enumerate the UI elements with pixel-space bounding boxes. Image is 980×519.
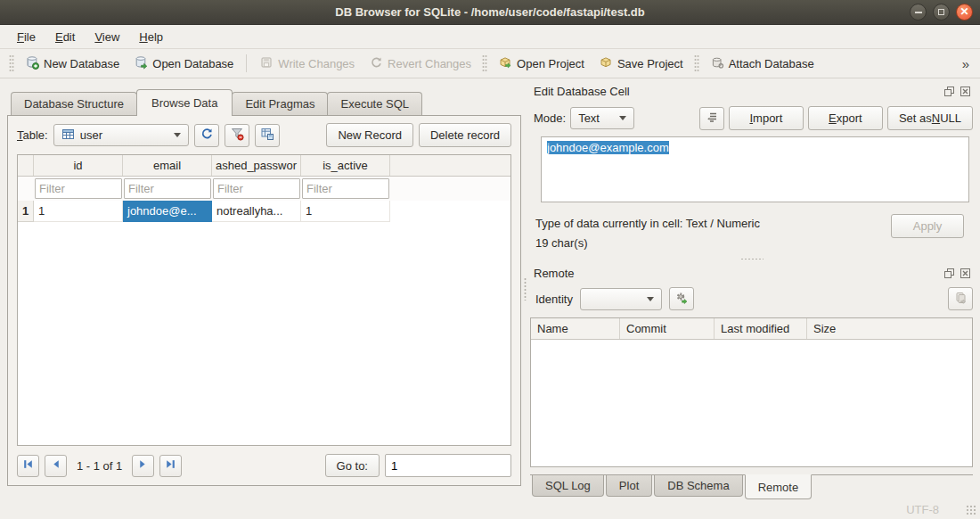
cell-editor-toolbar: Mode: Text Import Export Set as NULL: [534, 106, 973, 130]
filter-input-email[interactable]: [124, 178, 211, 199]
row-number[interactable]: 1: [18, 201, 34, 222]
cell-is-active[interactable]: 1: [301, 201, 390, 222]
filter-cell: [123, 178, 212, 199]
revert-changes-button: Revert Changes: [362, 52, 478, 76]
new-database-icon: [25, 55, 39, 72]
refresh-button[interactable]: [194, 124, 219, 147]
first-page-icon: [22, 458, 34, 473]
app-window: DB Browser for SQLite - /home/user/code/…: [0, 0, 980, 519]
tab-execute-sql[interactable]: Execute SQL: [327, 92, 422, 115]
toolbar-drag-handle[interactable]: [694, 54, 699, 72]
minimize-button[interactable]: [910, 4, 927, 21]
column-header-email[interactable]: email: [123, 155, 212, 176]
save-project-icon: [599, 55, 613, 72]
save-results-button[interactable]: [255, 124, 280, 147]
remote-column-commit[interactable]: Commit: [620, 318, 715, 339]
resize-grip[interactable]: [966, 505, 977, 515]
remote-column-size[interactable]: Size: [807, 318, 972, 339]
identity-settings-button[interactable]: [669, 287, 694, 310]
tab-database-structure[interactable]: Database Structure: [11, 92, 137, 115]
import-button[interactable]: Import: [729, 106, 804, 130]
close-dock-button[interactable]: [959, 85, 971, 97]
table-icon: [61, 128, 75, 144]
cell-content-editor[interactable]: johndoe@example.com: [541, 136, 969, 202]
write-changes-icon: [259, 55, 274, 72]
tab-remote[interactable]: Remote: [745, 474, 813, 499]
menu-edit[interactable]: Edit: [45, 27, 85, 47]
toolbar-drag-handle[interactable]: [9, 54, 14, 72]
tab-sql-log[interactable]: SQL Log: [532, 475, 604, 497]
gear-icon: [674, 291, 689, 308]
new-database-button[interactable]: New Database: [18, 52, 127, 76]
filter-input-is-active[interactable]: [302, 178, 389, 199]
column-header-id[interactable]: id: [34, 155, 123, 176]
export-button[interactable]: Export: [808, 106, 883, 130]
menu-view[interactable]: View: [85, 27, 129, 47]
word-wrap-button[interactable]: [699, 107, 724, 130]
float-dock-button[interactable]: [943, 85, 955, 97]
remote-file-table: Name Commit Last modified Size: [530, 317, 973, 467]
edit-cell-title: Edit Database Cell: [534, 85, 630, 98]
splitter-handle-dots: [740, 258, 764, 260]
goto-record-input[interactable]: [385, 454, 511, 477]
tab-browse-data[interactable]: Browse Data: [136, 89, 233, 116]
open-database-button[interactable]: Open Database: [127, 52, 241, 76]
dock-splitter[interactable]: [530, 253, 973, 264]
float-dock-button[interactable]: [943, 267, 955, 279]
table-select[interactable]: user: [53, 124, 189, 146]
cell-email-selected[interactable]: johndoe@e...: [123, 201, 212, 222]
splitter-handle-dots: [524, 277, 527, 301]
browse-data-panel: Table: user Ne: [7, 115, 521, 486]
close-dock-button[interactable]: [959, 267, 971, 279]
clear-filters-button[interactable]: [225, 124, 249, 147]
write-changes-button: Write Changes: [252, 52, 362, 76]
grid-header-filler: [390, 155, 510, 176]
column-header-hashed-password[interactable]: ashed_passwor: [212, 155, 301, 176]
set-as-null-button[interactable]: Set as NULL: [887, 106, 973, 130]
column-header-is-active[interactable]: is_active: [301, 155, 390, 176]
tab-edit-pragmas[interactable]: Edit Pragmas: [232, 92, 328, 115]
save-results-icon: [260, 127, 274, 144]
first-page-button[interactable]: [17, 455, 39, 477]
menubar: File Edit View Help: [0, 25, 980, 49]
maximize-button[interactable]: [933, 4, 950, 21]
toolbar-overflow-button[interactable]: »: [957, 56, 975, 71]
save-project-button[interactable]: Save Project: [592, 52, 690, 76]
remote-table-empty-area[interactable]: [531, 340, 972, 466]
previous-page-button[interactable]: [45, 455, 67, 477]
identity-label: Identity: [535, 292, 573, 306]
cell-hashed-password[interactable]: notreallyha...: [212, 201, 301, 222]
grid-empty-area[interactable]: [18, 222, 510, 445]
tab-plot[interactable]: Plot: [606, 475, 652, 497]
encoding-indicator[interactable]: UTF-8: [906, 503, 939, 516]
filter-input-id[interactable]: [35, 178, 122, 199]
next-page-icon: [137, 458, 149, 473]
main-area: Database Structure Browse Data Edit Prag…: [0, 78, 980, 499]
cell-id[interactable]: 1: [34, 201, 123, 222]
new-record-button[interactable]: New Record: [326, 123, 413, 147]
menu-help[interactable]: Help: [129, 27, 173, 47]
cell-char-count: 19 char(s): [535, 234, 760, 253]
tab-db-schema[interactable]: DB Schema: [654, 475, 742, 497]
identity-select[interactable]: [580, 288, 662, 310]
open-project-icon: [498, 55, 512, 72]
delete-record-button[interactable]: Delete record: [419, 123, 511, 147]
open-project-button[interactable]: Open Project: [491, 52, 592, 76]
window-title: DB Browser for SQLite - /home/user/code/…: [0, 5, 980, 19]
remote-column-name[interactable]: Name: [531, 318, 620, 339]
goto-button[interactable]: Go to:: [325, 454, 380, 477]
next-page-button[interactable]: [132, 455, 154, 477]
mode-select[interactable]: Text: [570, 107, 634, 129]
pane-splitter[interactable]: [521, 78, 528, 499]
menu-file[interactable]: File: [7, 27, 45, 47]
remote-column-last-modified[interactable]: Last modified: [715, 318, 807, 339]
statusbar: UTF-8: [0, 499, 980, 519]
last-page-button[interactable]: [159, 455, 182, 477]
filter-input-hashed-password[interactable]: [213, 178, 300, 199]
grid-corner: [18, 155, 34, 176]
attach-database-button[interactable]: Attach Database: [703, 52, 821, 76]
data-grid: id email ashed_passwor is_active: [17, 154, 511, 446]
close-button[interactable]: ✕: [956, 4, 973, 21]
toolbar-separator: [246, 54, 247, 72]
toolbar-drag-handle[interactable]: [482, 54, 487, 72]
